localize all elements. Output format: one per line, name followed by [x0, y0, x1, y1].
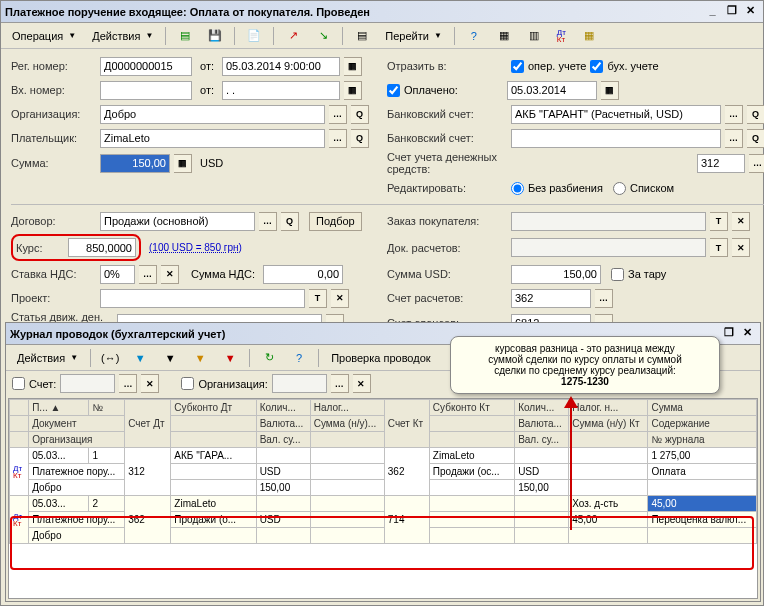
table-icon[interactable]: ▦ — [575, 25, 603, 47]
radio-list[interactable]: Списком — [613, 182, 674, 195]
journal-close-button[interactable]: ✕ — [739, 325, 756, 342]
contract-label: Договор: — [11, 215, 96, 227]
payer-pick-icon[interactable]: … — [329, 129, 347, 148]
bank-acc-search-icon[interactable]: Q — [747, 105, 764, 124]
reg-date-input[interactable]: 05.03.2014 9:00:00 — [222, 57, 340, 76]
filter-acc-clear-icon[interactable]: ✕ — [141, 374, 159, 393]
actions-menu[interactable]: Действия▼ — [85, 26, 160, 46]
bux-checkbox[interactable]: бух. учете — [590, 60, 658, 73]
file-icon[interactable]: 📄 — [240, 25, 268, 47]
help-icon[interactable]: ? — [460, 25, 488, 47]
save-icon[interactable]: 💾 — [201, 25, 229, 47]
settle-acc-input[interactable]: 362 — [511, 289, 591, 308]
doc-rasch-clear-icon[interactable]: ✕ — [732, 238, 750, 257]
filter-org-clear-icon[interactable]: ✕ — [353, 374, 371, 393]
in-date-input[interactable]: . . — [222, 81, 340, 100]
journal-actions-menu[interactable]: Действия▼ — [10, 348, 85, 368]
filter2-icon[interactable]: ▼ — [126, 347, 154, 369]
project-t-icon[interactable]: T — [309, 289, 327, 308]
date-picker2-icon[interactable]: ▦ — [344, 81, 362, 100]
order-clear-icon[interactable]: ✕ — [732, 212, 750, 231]
vat-input[interactable]: 0% — [100, 265, 135, 284]
table-row[interactable]: ДтКт 05.03... 1 312 АКБ "ГАРА... 362 Zim… — [10, 448, 757, 464]
filter-acc-pick-icon[interactable]: … — [119, 374, 137, 393]
paid-checkbox[interactable]: Оплачено: — [387, 84, 503, 97]
organization-input[interactable]: Добро — [100, 105, 325, 124]
payer-search-icon[interactable]: Q — [351, 129, 369, 148]
reflect-label: Отразить в: — [387, 60, 507, 72]
money-acc-input[interactable]: 312 — [697, 154, 745, 173]
table-row-selected[interactable]: Добро — [10, 528, 757, 544]
order-t-icon[interactable]: T — [710, 212, 728, 231]
bank-acc2-input[interactable] — [511, 129, 721, 148]
filter-org-input[interactable] — [272, 374, 327, 393]
refresh-icon[interactable]: ↻ — [255, 347, 283, 369]
bank-acc-pick-icon[interactable]: … — [725, 105, 743, 124]
edit-label: Редактировать: — [387, 182, 507, 194]
paid-date-picker-icon[interactable]: ▦ — [601, 81, 619, 100]
settle-acc-pick-icon[interactable]: … — [595, 289, 613, 308]
journal-grid[interactable]: П... ▲ № Счет Дт Субконто Дт Колич... На… — [8, 398, 758, 599]
report-icon[interactable]: ▥ — [520, 25, 548, 47]
doc-rasch-input[interactable] — [511, 238, 706, 257]
oper-checkbox[interactable]: опер. учете — [511, 60, 586, 73]
table-row-selected[interactable]: ДтКт 05.03... 2 362 ZimaLeto 714 Хоз. д-… — [10, 496, 757, 512]
rate-input[interactable]: 850,0000 — [68, 238, 136, 257]
journal-help-icon[interactable]: ? — [285, 347, 313, 369]
table-row-selected[interactable]: Платежное пору... Продажи (о...USD 45,00… — [10, 512, 757, 528]
organization-pick-icon[interactable]: … — [329, 105, 347, 124]
down-icon[interactable]: ↘ — [309, 25, 337, 47]
radio-nosplit[interactable]: Без разбиения — [511, 182, 603, 195]
filter3-icon[interactable]: ▼ — [156, 347, 184, 369]
post-icon[interactable]: ▤ — [171, 25, 199, 47]
doc-rasch-t-icon[interactable]: T — [710, 238, 728, 257]
filter-org-pick-icon[interactable]: … — [331, 374, 349, 393]
project-clear-icon[interactable]: ✕ — [331, 289, 349, 308]
journal-restore-button[interactable]: ❐ — [720, 325, 737, 342]
filter1-icon[interactable]: (↔) — [96, 347, 124, 369]
contract-pick-icon[interactable]: … — [259, 212, 277, 231]
bank-acc2-pick-icon[interactable]: … — [725, 129, 743, 148]
rate-calc-link[interactable]: (100 USD = 850 грн) — [149, 242, 242, 253]
close-button[interactable]: ✕ — [742, 3, 759, 20]
vat-sum-label: Сумма НДС: — [191, 268, 255, 280]
check-entries-button[interactable]: Проверка проводок — [324, 348, 437, 368]
date-picker-icon[interactable]: ▦ — [344, 57, 362, 76]
vat-sum-input[interactable]: 0,00 — [263, 265, 343, 284]
contract-search-icon[interactable]: Q — [281, 212, 299, 231]
table-row[interactable]: Добро 150,00 150,00 — [10, 480, 757, 496]
filter-clear-icon[interactable]: ▼ — [216, 347, 244, 369]
vat-pick-icon[interactable]: … — [139, 265, 157, 284]
payer-input[interactable]: ZimaLeto — [100, 129, 325, 148]
contract-input[interactable]: Продажи (основной) — [100, 212, 255, 231]
in-number-input[interactable] — [100, 81, 192, 100]
za-taru-checkbox[interactable]: За тару — [611, 268, 666, 281]
filter-acc-checkbox[interactable]: Счет: — [12, 377, 56, 390]
operation-menu[interactable]: Операция▼ — [5, 26, 83, 46]
bank-acc2-search-icon[interactable]: Q — [747, 129, 764, 148]
list-icon[interactable]: ▤ — [348, 25, 376, 47]
table-row[interactable]: Платежное пору... USD Продажи (ос...USD … — [10, 464, 757, 480]
sum-input[interactable]: 150,00 — [100, 154, 170, 173]
restore-button[interactable]: ❐ — [723, 3, 740, 20]
money-acc-pick-icon[interactable]: … — [749, 154, 764, 173]
reg-number-input[interactable]: Д0000000015 — [100, 57, 192, 76]
up-icon[interactable]: ↗ — [279, 25, 307, 47]
sum-usd-input[interactable]: 150,00 — [511, 265, 601, 284]
window-titlebar: Платежное поручение входящее: Оплата от … — [1, 1, 763, 23]
filter-org-checkbox[interactable]: Организация: — [181, 377, 267, 390]
filter-acc-input[interactable] — [60, 374, 115, 393]
podbor-button[interactable]: Подбор — [309, 212, 362, 231]
dtkt-icon[interactable]: ДтКт — [550, 25, 573, 47]
bank-acc-input[interactable]: АКБ "ГАРАНТ" (Расчетный, USD) — [511, 105, 721, 124]
minimize-button[interactable]: _ — [704, 3, 721, 20]
calc-icon[interactable]: ▦ — [174, 154, 192, 173]
vat-clear-icon[interactable]: ✕ — [161, 265, 179, 284]
organization-search-icon[interactable]: Q — [351, 105, 369, 124]
goto-menu[interactable]: Перейти▼ — [378, 26, 449, 46]
filter4-icon[interactable]: ▼ — [186, 347, 214, 369]
paid-date-input[interactable]: 05.03.2014 — [507, 81, 597, 100]
project-input[interactable] — [100, 289, 305, 308]
form-icon[interactable]: ▦ — [490, 25, 518, 47]
order-input[interactable] — [511, 212, 706, 231]
